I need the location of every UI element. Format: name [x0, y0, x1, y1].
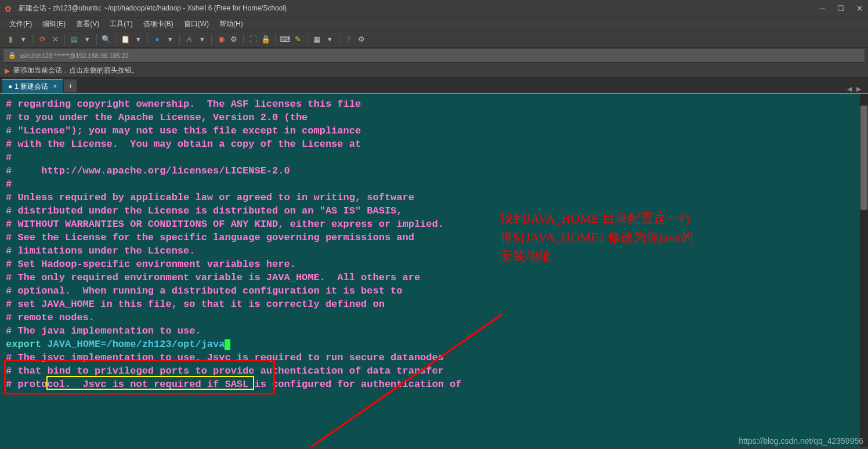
- lock-icon: 🔒: [8, 52, 16, 59]
- export-value: JAVA_HOME=/home/zh123/opt/java: [47, 339, 225, 350]
- separator: [307, 34, 308, 45]
- terminal-line: # The java implementation to use.: [6, 324, 862, 338]
- search-icon[interactable]: 🔍: [100, 34, 112, 45]
- terminal-line: # The only required environment variable…: [6, 271, 862, 284]
- terminal-line: # Set Hadoop-specific environment variab…: [6, 258, 862, 271]
- separator: [64, 34, 65, 45]
- menu-tools[interactable]: 工具(T): [105, 18, 137, 30]
- menu-view[interactable]: 查看(V): [71, 18, 104, 30]
- hintbar: ▶ 要添加当前会话，点击左侧的箭头按钮。: [0, 64, 868, 78]
- paste-icon[interactable]: 📋: [120, 34, 131, 45]
- titlebar: ✿ 新建会话 - zh123@ubuntu: ~/opt/hadoop/etc/…: [0, 0, 868, 17]
- globe-icon[interactable]: ●: [151, 34, 163, 45]
- disconnect-icon[interactable]: ⤫: [49, 34, 61, 45]
- menu-file[interactable]: 文件(F): [5, 18, 37, 30]
- export-keyword: export: [6, 339, 47, 350]
- dropdown-icon[interactable]: ▾: [196, 34, 208, 45]
- reconnect-icon[interactable]: ⟳: [37, 34, 48, 45]
- app-icon: ✿: [5, 4, 14, 13]
- terminal-line: # limitations under the License.: [6, 244, 862, 258]
- terminal-scrollbar[interactable]: [860, 94, 868, 447]
- expand-icon[interactable]: ⛶: [247, 34, 259, 45]
- highlight-icon[interactable]: ✎: [292, 34, 303, 45]
- terminal-line: # http://www.apache.org/licenses/LICENSE…: [6, 164, 862, 178]
- terminal-line: # with the License. You may obtain a cop…: [6, 137, 862, 151]
- annotation-text: 找到JAVA_HOME 目录配置这一行 将${JAVA_HOME} 修改为你ja…: [500, 209, 693, 265]
- refresh-icon[interactable]: ◉: [215, 34, 227, 45]
- font-icon[interactable]: A: [183, 34, 195, 45]
- terminal[interactable]: # regarding copyright ownership. The ASF…: [0, 93, 868, 447]
- panel-icon[interactable]: ▦: [311, 34, 323, 45]
- new-session-icon[interactable]: ▮: [5, 34, 16, 45]
- separator: [339, 34, 339, 45]
- separator: [179, 34, 180, 45]
- menu-help[interactable]: 帮助(H): [215, 18, 248, 30]
- dropdown-icon[interactable]: ▾: [17, 34, 29, 45]
- separator: [275, 34, 276, 45]
- menu-window[interactable]: 窗口(W): [179, 18, 214, 30]
- terminal-line: # regarding copyright ownership. The ASF…: [6, 97, 862, 111]
- maximize-button[interactable]: ☐: [837, 5, 845, 13]
- annotation-line: 将${JAVA_HOME} 修改为你java的: [500, 228, 693, 247]
- address-text: ssh://zh123:******@192.168.96.185:22: [20, 52, 129, 59]
- menu-edit[interactable]: 编辑(E): [38, 18, 70, 30]
- annotation-line: 找到JAVA_HOME 目录配置这一行: [500, 209, 693, 228]
- window-controls: ─ ☐ ✕: [818, 5, 863, 13]
- terminal-line: # Unless required by applicable law or a…: [6, 191, 862, 204]
- minimize-button[interactable]: ─: [818, 5, 826, 13]
- terminal-line: #: [6, 151, 862, 164]
- help-icon[interactable]: ?: [343, 34, 355, 45]
- tab-bullet-icon: ●: [8, 82, 12, 90]
- menu-tabs[interactable]: 选项卡(B): [139, 18, 178, 30]
- separator: [96, 34, 97, 45]
- terminal-line: #: [6, 178, 862, 191]
- tool-icon[interactable]: ⚙: [228, 34, 240, 45]
- settings-icon[interactable]: ⚙: [356, 34, 367, 45]
- terminal-line: # to you under the Apache License, Versi…: [6, 111, 862, 124]
- terminal-line: # WITHOUT WARRANTIES OR CONDITIONS OF AN…: [6, 218, 862, 231]
- tab-nav: ◀ ▶: [847, 85, 866, 93]
- dropdown-icon[interactable]: ▾: [324, 34, 335, 45]
- session-tab[interactable]: ● 1 新建会话 ×: [2, 79, 63, 93]
- close-button[interactable]: ✕: [855, 5, 863, 13]
- separator: [115, 34, 116, 45]
- tab-next-icon[interactable]: ▶: [856, 85, 861, 93]
- annotation-line: 安装地址: [500, 247, 693, 265]
- hint-text: 要添加当前会话，点击左侧的箭头按钮。: [13, 66, 139, 75]
- tab-prev-icon[interactable]: ◀: [847, 85, 852, 93]
- terminal-line: # See the License for the specific langu…: [6, 231, 862, 244]
- terminal-line: # set JAVA_HOME in this file, so that it…: [6, 298, 862, 311]
- annotation-yellow-box: [46, 376, 254, 390]
- separator: [211, 34, 212, 45]
- dropdown-icon[interactable]: ▾: [132, 34, 144, 45]
- lock-icon[interactable]: 🔒: [260, 34, 272, 45]
- separator: [243, 34, 244, 45]
- separator: [32, 34, 33, 45]
- tab-close-icon[interactable]: ×: [53, 82, 57, 90]
- menubar: 文件(F) 编辑(E) 查看(V) 工具(T) 选项卡(B) 窗口(W) 帮助(…: [0, 17, 868, 31]
- add-tab-button[interactable]: +: [64, 79, 77, 92]
- keyboard-icon[interactable]: ⌨: [279, 34, 291, 45]
- dropdown-icon[interactable]: ▾: [81, 34, 93, 45]
- addressbar[interactable]: 🔒 ssh://zh123:******@192.168.96.185:22: [3, 49, 865, 63]
- terminal-line: # distributed under the License is distr…: [6, 204, 862, 218]
- window-title: 新建会话 - zh123@ubuntu: ~/opt/hadoop/etc/ha…: [19, 3, 818, 13]
- flag-icon: ▶: [5, 67, 10, 75]
- terminal-line: # "License"); you may not use this file …: [6, 124, 862, 137]
- terminal-line: # remote nodes.: [6, 311, 862, 324]
- tab-label: 1 新建会话: [15, 82, 48, 92]
- separator: [147, 34, 148, 45]
- cursor: [225, 339, 230, 350]
- scrollbar-thumb[interactable]: [860, 106, 867, 210]
- dropdown-icon[interactable]: ▾: [164, 34, 176, 45]
- tabbar: ● 1 新建会话 × + ◀ ▶: [0, 78, 868, 93]
- toolbar: ▮ ▾ ⟳ ⤫ ▤ ▾ 🔍 📋 ▾ ● ▾ A ▾ ◉ ⚙ ⛶ 🔒 ⌨ ✎ ▦ …: [0, 31, 868, 48]
- terminal-line: # optional. When running a distributed c…: [6, 284, 862, 298]
- watermark: https://blog.csdn.net/qq_42359956: [739, 436, 863, 446]
- copy-icon[interactable]: ▤: [68, 34, 80, 45]
